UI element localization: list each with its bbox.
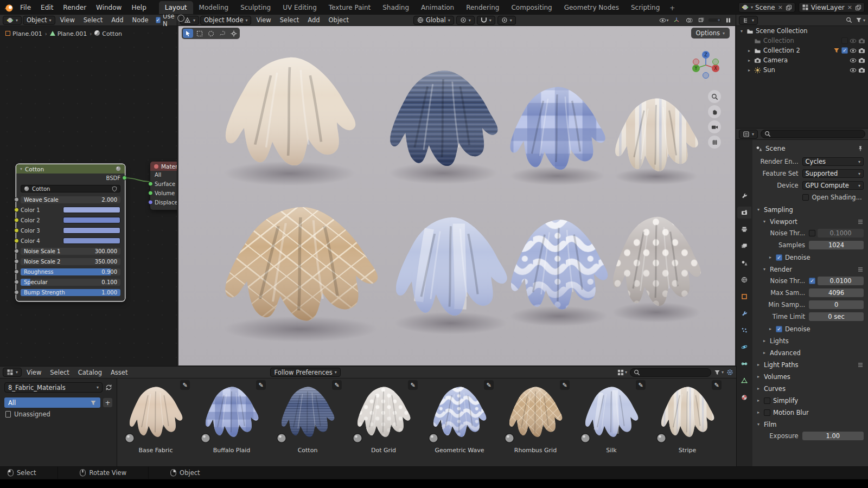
input-socket-bump-strength[interactable] — [14, 290, 19, 295]
snap-toggle[interactable]: ▾ — [477, 16, 495, 25]
viewport-menu-add[interactable]: Add — [304, 15, 323, 25]
input-socket-color-4[interactable] — [14, 239, 19, 243]
menu-render[interactable]: Render — [58, 2, 91, 13]
shading-solid-button[interactable] — [712, 19, 714, 21]
pan-hand-button[interactable] — [708, 105, 721, 118]
camera-toggle-icon[interactable] — [858, 57, 865, 64]
cloth-buffalo-plaid[interactable] — [500, 78, 615, 183]
asset-thumbnail[interactable]: ✎ — [276, 381, 340, 445]
input-socket-roughness[interactable] — [14, 269, 19, 274]
shader-editor-canvas[interactable]: Plane.001›Plane.001›Cotton ▾CottonBSDFCo… — [0, 26, 177, 367]
asset-menu-asset[interactable]: Asset — [107, 368, 131, 377]
input-socket-color-1[interactable] — [14, 208, 19, 213]
input-socket-noise-scale-1[interactable] — [14, 249, 19, 254]
properties-tab-modifiers[interactable] — [737, 307, 751, 319]
checkbox[interactable] — [802, 194, 809, 201]
zoom-button[interactable] — [708, 90, 721, 103]
camera-view-button[interactable] — [708, 120, 721, 133]
section-film[interactable]: ▾Film — [756, 419, 864, 429]
transform-orientation-dropdown[interactable]: Global▾ — [413, 16, 454, 25]
outliner-row-sun[interactable]: ▸Sun — [736, 65, 868, 75]
section-denoise[interactable]: ▸✓Denoise — [756, 252, 864, 262]
add-catalog-button[interactable]: + — [103, 398, 112, 407]
asset-card-silk[interactable]: ✎Silk — [579, 381, 643, 454]
material-name-field[interactable]: Cotton — [21, 184, 120, 194]
color-swatch-color-4[interactable] — [63, 237, 120, 244]
section-simplify[interactable]: ▸Simplify — [756, 395, 864, 406]
workspace-tab-sculpting[interactable]: Sculpting — [234, 1, 277, 15]
cloth-base-fabric[interactable] — [211, 45, 368, 183]
number-field-noise-scale-1[interactable]: Noise Scale 1300.000 — [21, 248, 120, 255]
eye-toggle-icon[interactable] — [850, 67, 857, 74]
checkbox[interactable] — [809, 230, 815, 236]
cloth-geometric-wave[interactable] — [500, 209, 617, 324]
section-volumes[interactable]: ▸Volumes — [756, 371, 864, 382]
slider-specular[interactable]: Specular0.100 — [21, 279, 120, 286]
properties-tab-material[interactable] — [737, 391, 751, 403]
menu-help[interactable]: Help — [126, 2, 151, 13]
cloth-silk[interactable] — [384, 206, 518, 332]
preset-menu-icon[interactable] — [857, 266, 864, 273]
camera-toggle-icon[interactable] — [858, 37, 865, 44]
workspace-tab-uv-editing[interactable]: UV Editing — [277, 1, 323, 15]
cloth-cotton[interactable] — [378, 60, 508, 182]
workspace-tab-compositing[interactable]: Compositing — [505, 1, 558, 15]
asset-settings-button[interactable] — [726, 369, 733, 376]
section-sampling[interactable]: ▾Sampling — [756, 204, 864, 215]
asset-card-geometric-wave[interactable]: ✎Geometric Wave — [427, 381, 492, 454]
shader-menu-add[interactable]: Add — [107, 15, 127, 25]
add-workspace-button[interactable]: + — [666, 2, 679, 15]
checkbox[interactable]: ✓ — [776, 254, 782, 261]
shader-menu-select[interactable]: Select — [80, 15, 106, 25]
color-swatch-color-1[interactable] — [63, 207, 120, 213]
properties-tab-tool[interactable] — [737, 190, 751, 202]
catalog-all[interactable]: All — [4, 397, 100, 408]
refresh-library-button[interactable] — [105, 384, 112, 391]
breadcrumb-plane-001-1[interactable]: Plane.001 — [50, 30, 87, 37]
edit-asset-icon[interactable]: ✎ — [712, 380, 722, 390]
checkbox[interactable]: ✓ — [809, 278, 815, 284]
cursor-tool-button[interactable] — [228, 29, 239, 38]
properties-tab-render[interactable] — [737, 207, 751, 219]
select-circle-tool-button[interactable] — [206, 29, 216, 38]
edit-asset-icon[interactable]: ✎ — [332, 380, 342, 390]
dropdown-device[interactable]: GPU Compute▾ — [802, 181, 864, 190]
output-row-surface[interactable]: Surface — [155, 180, 177, 188]
cloth-dot-grid[interactable] — [603, 207, 710, 320]
workspace-tab-scripting[interactable]: Scripting — [625, 1, 666, 15]
eye-toggle-icon[interactable] — [850, 37, 857, 44]
asset-search-input[interactable] — [630, 368, 711, 377]
tweak-tool-button[interactable] — [183, 29, 193, 38]
unlink-viewlayer-button[interactable]: × — [847, 4, 853, 11]
edit-asset-icon[interactable]: ✎ — [256, 380, 266, 390]
color-swatch-color-2[interactable] — [63, 217, 120, 223]
blender-logo-icon[interactable] — [3, 2, 15, 13]
node-output-bsdf[interactable]: BSDF — [21, 174, 120, 182]
properties-search-input[interactable] — [761, 130, 865, 138]
copy-icon[interactable] — [786, 4, 792, 11]
dropdown-feature-set[interactable]: Supported▾ — [802, 169, 864, 178]
overlays-toggle[interactable] — [684, 16, 694, 25]
catalog-unassigned[interactable]: Unassigned — [4, 409, 112, 419]
workspace-tab-rendering[interactable]: Rendering — [460, 1, 505, 15]
outliner-row-collection[interactable]: Collection — [736, 36, 868, 46]
options-dropdown[interactable]: Options▾ — [691, 28, 730, 38]
xray-toggle[interactable] — [696, 16, 707, 25]
section-advanced[interactable]: ▸Advanced — [756, 348, 864, 358]
asset-library-dropdown[interactable]: 8_Fabric_Materials▾ — [4, 382, 103, 393]
asset-thumbnail[interactable]: ✎ — [200, 381, 264, 445]
pivot-point-dropdown[interactable]: ▾ — [456, 16, 475, 25]
field-time-limit[interactable]: 0 sec — [809, 312, 864, 321]
dropdown-render-en[interactable]: Cycles▾ — [802, 157, 864, 166]
checkbox[interactable] — [764, 397, 770, 404]
navigation-gizmo[interactable]: ZXY — [688, 48, 723, 82]
workspace-tab-geometry-nodes[interactable]: Geometry Nodes — [558, 1, 625, 15]
cotton-node-group[interactable]: ▾CottonBSDFCottonWeave Scale2.000Color 1… — [16, 164, 125, 301]
cloth-stripe[interactable] — [606, 90, 706, 183]
outliner-row-scene-collection[interactable]: ▾Scene Collection — [736, 26, 868, 36]
copy-icon[interactable] — [855, 4, 861, 11]
shader-menu-node[interactable]: Node — [129, 15, 152, 25]
viewport-menu-select[interactable]: Select — [276, 15, 303, 25]
visibility-dropdown[interactable]: ▾ — [659, 16, 669, 25]
edit-asset-icon[interactable]: ✎ — [484, 380, 494, 390]
